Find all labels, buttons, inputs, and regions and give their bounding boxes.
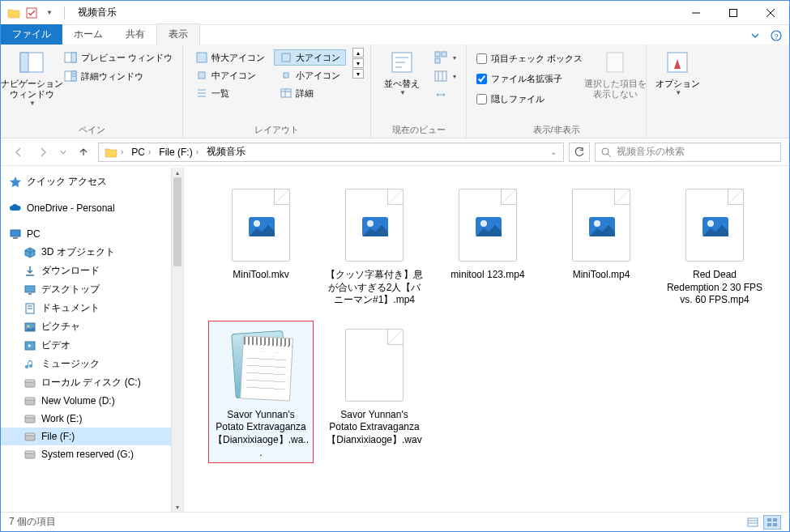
sidebar-item[interactable]: New Volume (D:) [1,392,171,410]
file-item[interactable]: MiniTool.mp4 [549,181,654,311]
back-button[interactable] [9,143,28,162]
tab-share[interactable]: 共有 [114,24,156,45]
file-item[interactable]: MiniTool.mkv [208,181,314,311]
sidebar-item[interactable]: Work (E:) [1,410,171,428]
search-box[interactable]: 视频音乐の検索 [595,143,781,162]
file-name: Savor Yunnan's Potato Extravaganza【Dianx… [326,409,423,447]
close-button[interactable] [752,1,789,25]
maximize-button[interactable] [715,1,752,25]
sidebar-item[interactable]: ミュージック [1,355,171,373]
crumb-folder[interactable]: 视频音乐 [203,143,250,161]
scroll-up-icon[interactable]: ▴ [172,168,183,177]
status-item-count: 7 個の項目 [9,515,56,529]
layout-details[interactable]: 詳細 [274,85,346,101]
chevron-down-icon: ▼ [29,100,36,107]
sidebar-item[interactable]: ピクチャ [1,317,171,336]
crumb-drive[interactable]: File (F:)› [155,143,203,161]
file-item[interactable]: Red Dead Redemption 2 30 FPS vs. 60 FPS.… [662,181,767,311]
item-checkboxes-toggle[interactable]: 項目チェック ボックス [473,51,586,66]
refresh-button[interactable] [569,143,590,162]
size-columns-button[interactable] [431,87,459,103]
sidebar-onedrive[interactable]: OneDrive - Personal [1,199,171,217]
qat-dropdown-icon[interactable]: ▼ [43,6,56,19]
up-button[interactable] [74,143,93,162]
qat-properties-icon[interactable] [25,6,38,19]
search-icon [600,147,612,158]
forward-button[interactable] [33,143,53,162]
sidebar-item[interactable]: System reserved (G:) [1,445,171,463]
minimize-button[interactable] [677,1,715,25]
file-icon [567,185,636,266]
hidden-items-toggle[interactable]: 隠しファイル [473,92,586,107]
file-icon [681,185,749,266]
scroll-thumb[interactable] [173,177,181,266]
sidebar-scrollbar[interactable]: ▴ ▾ [171,168,184,512]
file-item[interactable]: Savor Yunnan's Potato Extravaganza【Dianx… [208,321,314,463]
crumb-pc[interactable]: PC› [127,143,155,161]
folder-icon[interactable]: › [100,143,127,161]
file-item[interactable]: 【クッソ字幕付き】息が合いすぎる2人【バニーマン#1】.mp4 [322,181,427,311]
group-by-button[interactable]: ▾ [431,49,459,66]
navigation-pane-button[interactable]: ナビゲーション ウィンドウ ▼ [7,48,56,107]
sidebar-item[interactable]: 3D オブジェクト [1,243,171,262]
svg-rect-10 [71,53,76,62]
preview-pane-button[interactable]: プレビュー ウィンドウ [61,49,176,66]
svg-rect-22 [281,89,291,97]
scroll-down-icon[interactable]: ▾ [172,502,183,512]
hide-selected-button[interactable]: 選択した項目を 表示しない [591,48,639,100]
sidebar-item[interactable]: File (F:) [1,428,171,445]
sidebar-item-label: ダウンロード [41,264,100,278]
layout-extra-large[interactable]: 特大アイコン [190,49,271,66]
sidebar-quick-access[interactable]: クイック アクセス [1,172,171,191]
titlebar: ▼ 视频音乐 [1,1,789,25]
sort-by-button[interactable]: 並べ替え ▼ [378,48,426,96]
cloud-icon [9,202,22,215]
file-list[interactable]: MiniTool.mkv【クッソ字幕付き】息が合いすぎる2人【バニーマン#1】.… [184,168,789,512]
file-extensions-toggle[interactable]: ファイル名拡張子 [473,71,586,87]
help-button[interactable]: ? [767,27,786,45]
add-columns-button[interactable]: ▾ [431,68,459,84]
sidebar-item-label: ドキュメント [41,301,100,315]
svg-rect-2 [730,9,737,16]
folder-icon [23,283,36,296]
recent-dropdown[interactable] [58,143,69,162]
layout-expand[interactable]: ▾ [352,69,364,79]
sidebar-item[interactable]: ビデオ [1,336,171,355]
file-item[interactable]: Savor Yunnan's Potato Extravaganza【Dianx… [322,321,427,463]
sidebar-item[interactable]: ローカル ディスク (C:) [1,373,171,392]
address-bar[interactable]: › PC› File (F:)› 视频音乐 ⌄ [98,143,564,162]
file-icon [227,325,296,406]
layout-scroll-down[interactable]: ▾ [352,58,364,68]
tab-home[interactable]: ホーム [62,24,114,45]
folder-icon [23,321,36,334]
options-button[interactable]: オプション ▼ [653,48,702,96]
layout-list[interactable]: 一覧 [190,85,271,101]
ribbon-tabs: ファイル ホーム 共有 表示 ? [1,25,789,45]
tab-view[interactable]: 表示 [156,23,200,45]
file-icon [340,325,409,406]
sidebar-pc[interactable]: PC [1,225,171,243]
sidebar-item-label: ビデオ [41,338,70,352]
navigation-pane[interactable]: クイック アクセス OneDrive - Personal PC 3D オブジェ… [1,168,171,512]
layout-large[interactable]: 大アイコン [274,49,346,66]
minimize-ribbon-button[interactable] [745,27,765,45]
sidebar-item[interactable]: デスクトップ [1,280,171,299]
tab-file[interactable]: ファイル [1,24,62,45]
sidebar-item[interactable]: ドキュメント [1,299,171,317]
ribbon: ナビゲーション ウィンドウ ▼ プレビュー ウィンドウ 詳細ウィンドウ ペイン … [1,45,789,138]
file-item[interactable]: minitool 123.mp4 [435,181,540,311]
details-pane-button[interactable]: 詳細ウィンドウ [61,68,176,84]
details-view-button[interactable] [744,515,762,530]
file-name: MiniTool.mp4 [573,269,630,282]
layout-scroll-up[interactable]: ▴ [352,48,364,57]
folder-icon [23,430,36,443]
icons-view-button[interactable] [763,515,781,530]
layout-small[interactable]: 小アイコン [274,67,346,83]
sidebar-item[interactable]: ダウンロード [1,262,171,280]
sidebar-item-label: デスクトップ [41,283,100,296]
layout-medium[interactable]: 中アイコン [190,67,271,83]
folder-icon [23,412,36,425]
chevron-down-icon: ▼ [399,89,406,96]
sidebar-item-label: System reserved (G:) [41,449,134,460]
address-dropdown[interactable]: ⌄ [545,147,562,156]
